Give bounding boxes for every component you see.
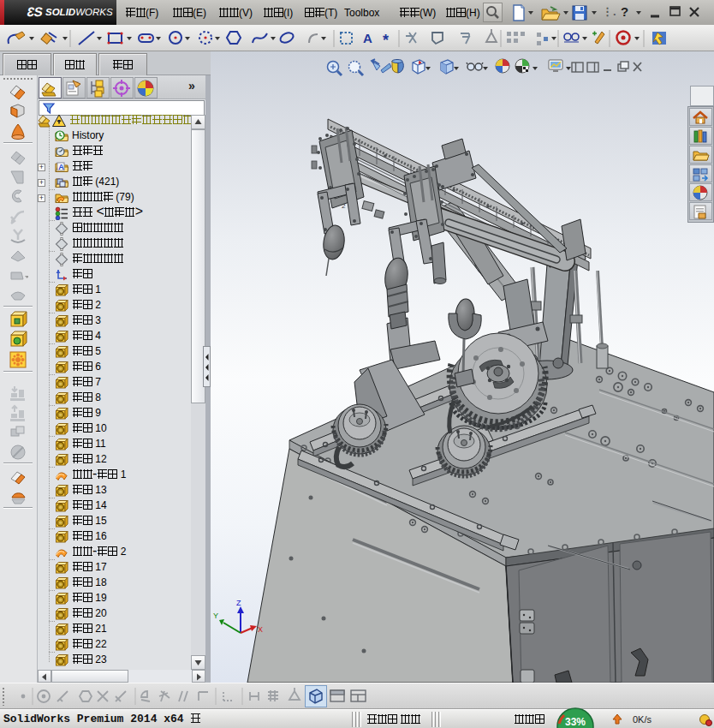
- svg-text:A: A: [363, 31, 372, 45]
- svg-text:Y: Y: [213, 612, 218, 620]
- svg-text:33%: 33%: [565, 716, 586, 728]
- svg-text:X: X: [258, 625, 263, 634]
- svg-text:*: *: [383, 32, 389, 49]
- svg-text:Z: Z: [236, 599, 241, 607]
